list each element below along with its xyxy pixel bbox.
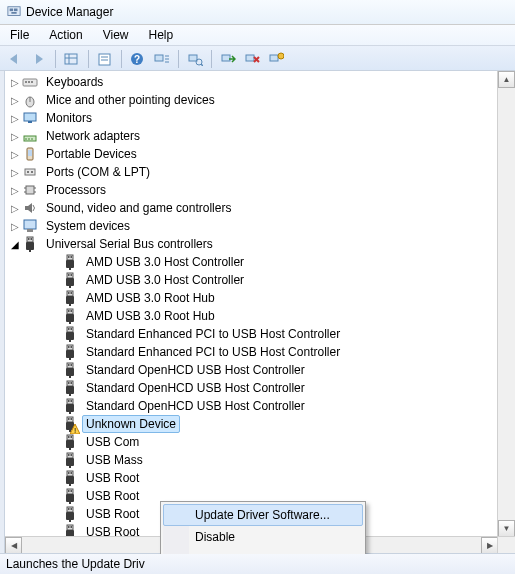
- toolbar-help-button[interactable]: ?: [127, 48, 149, 70]
- svg-rect-116: [68, 472, 70, 474]
- tree-device-item[interactable]: Standard OpenHCD USB Host Controller: [5, 361, 498, 379]
- scroll-left-icon[interactable]: ◀: [5, 537, 22, 554]
- toolbar: ?: [0, 46, 515, 73]
- tree-category-portable[interactable]: ▷Portable Devices: [5, 145, 498, 163]
- tree-device-item[interactable]: USB Mass: [5, 451, 498, 469]
- context-update-driver[interactable]: Update Driver Software...: [163, 504, 363, 526]
- svg-rect-74: [67, 327, 73, 332]
- tree-device-label: USB Root: [82, 487, 143, 505]
- context-menu-label: Disable: [195, 530, 235, 544]
- svg-rect-99: [67, 417, 73, 422]
- svg-rect-51: [31, 238, 33, 240]
- chevron-right-icon[interactable]: ▷: [9, 112, 21, 124]
- context-disable[interactable]: Disable: [163, 526, 363, 548]
- toolbar-back-button[interactable]: [4, 48, 26, 70]
- tree-category-sysdev[interactable]: ▷System devices: [5, 217, 498, 235]
- sound-icon: [22, 200, 38, 216]
- menu-view[interactable]: View: [93, 26, 139, 44]
- tree-category-processors[interactable]: ▷Processors: [5, 181, 498, 199]
- tree-device-item[interactable]: !Unknown Device: [5, 415, 498, 433]
- tree-device-item[interactable]: Standard OpenHCD USB Host Controller: [5, 397, 498, 415]
- portable-icon: [22, 146, 38, 162]
- usb-device-icon: [62, 488, 78, 504]
- chevron-right-icon[interactable]: ▷: [9, 166, 21, 178]
- scroll-right-icon[interactable]: ▶: [481, 537, 498, 554]
- mouse-icon: [22, 92, 38, 108]
- tree-device-item[interactable]: Standard Enhanced PCI to USB Host Contro…: [5, 343, 498, 361]
- vertical-scrollbar[interactable]: ▲ ▼: [497, 71, 515, 537]
- tree-device-item[interactable]: AMD USB 3.0 Host Controller: [5, 271, 498, 289]
- toolbar-views-button[interactable]: [61, 48, 83, 70]
- tree-category-sound[interactable]: ▷Sound, video and game controllers: [5, 199, 498, 217]
- menu-file[interactable]: File: [6, 26, 39, 44]
- tree-device-label: USB Root: [82, 469, 143, 487]
- svg-rect-131: [68, 526, 70, 528]
- svg-rect-97: [66, 404, 74, 412]
- tree-category-ports[interactable]: ▷Ports (COM & LPT): [5, 163, 498, 181]
- toolbar-separator: [121, 50, 122, 68]
- context-menu: Update Driver Software... Disable Uninst…: [160, 501, 366, 554]
- tree-device-item[interactable]: USB Com: [5, 433, 498, 451]
- system-device-icon: [22, 218, 38, 234]
- usb-device-icon: [62, 290, 78, 306]
- svg-rect-86: [71, 364, 73, 366]
- chevron-right-icon[interactable]: ▷: [9, 220, 21, 232]
- chevron-right-icon[interactable]: ▷: [9, 148, 21, 160]
- menu-help[interactable]: Help: [139, 26, 184, 44]
- scroll-corner: [497, 536, 515, 554]
- tree-device-item[interactable]: Standard Enhanced PCI to USB Host Contro…: [5, 325, 498, 343]
- svg-rect-106: [68, 436, 70, 438]
- tree-device-label: USB Mass: [82, 451, 147, 469]
- svg-rect-48: [27, 229, 33, 232]
- chevron-down-icon[interactable]: ◢: [9, 238, 21, 250]
- tree-category-usb[interactable]: ◢Universal Serial Bus controllers: [5, 235, 498, 253]
- svg-rect-126: [68, 508, 70, 510]
- scroll-down-icon[interactable]: ▼: [498, 520, 515, 537]
- tree-device-item[interactable]: AMD USB 3.0 Root Hub: [5, 289, 498, 307]
- usb-device-icon: [62, 344, 78, 360]
- context-uninstall[interactable]: Uninstall: [163, 548, 363, 554]
- tree-device-label: Standard OpenHCD USB Host Controller: [82, 361, 309, 379]
- toolbar-scan-button[interactable]: [184, 48, 206, 70]
- tree-device-item[interactable]: AMD USB 3.0 Host Controller: [5, 253, 498, 271]
- scroll-up-icon[interactable]: ▲: [498, 71, 515, 88]
- svg-rect-50: [28, 238, 30, 240]
- tree-device-item[interactable]: AMD USB 3.0 Root Hub: [5, 307, 498, 325]
- svg-rect-66: [71, 292, 73, 294]
- toolbar-properties-button[interactable]: [94, 48, 116, 70]
- svg-rect-47: [24, 220, 36, 229]
- svg-rect-127: [71, 508, 73, 510]
- tree-category-network[interactable]: ▷Network adapters: [5, 127, 498, 145]
- tree-category-monitors[interactable]: ▷Monitors: [5, 109, 498, 127]
- usb-device-icon: [62, 362, 78, 378]
- chevron-right-icon[interactable]: ▷: [9, 184, 21, 196]
- svg-rect-85: [68, 364, 70, 366]
- svg-line-18: [201, 64, 203, 66]
- tree-device-item[interactable]: USB Root: [5, 469, 498, 487]
- usb-device-icon: [62, 326, 78, 342]
- app-icon: [6, 4, 22, 20]
- chevron-right-icon[interactable]: ▷: [9, 130, 21, 142]
- usb-device-icon: [62, 470, 78, 486]
- svg-rect-64: [67, 291, 73, 296]
- toolbar-showhidden-button[interactable]: [265, 48, 287, 70]
- svg-rect-117: [71, 472, 73, 474]
- chevron-right-icon[interactable]: ▷: [9, 76, 21, 88]
- chevron-right-icon[interactable]: ▷: [9, 94, 21, 106]
- chevron-right-icon[interactable]: ▷: [9, 202, 21, 214]
- tree-category-mice[interactable]: ▷Mice and other pointing devices: [5, 91, 498, 109]
- svg-rect-112: [71, 454, 73, 456]
- toolbar-uninstall-button[interactable]: [241, 48, 263, 70]
- toolbar-forward-button[interactable]: [28, 48, 50, 70]
- menu-action[interactable]: Action: [39, 26, 92, 44]
- toolbar-update-button[interactable]: [217, 48, 239, 70]
- toolbar-details-button[interactable]: [151, 48, 173, 70]
- keyboard-icon: [22, 74, 38, 90]
- svg-rect-82: [66, 350, 74, 358]
- svg-rect-1: [10, 9, 14, 12]
- tree-device-item[interactable]: Standard OpenHCD USB Host Controller: [5, 379, 498, 397]
- svg-rect-23: [270, 55, 278, 61]
- tree-category-keyboards[interactable]: ▷Keyboards: [5, 73, 498, 91]
- tree-device-label: AMD USB 3.0 Root Hub: [82, 289, 219, 307]
- svg-rect-49: [27, 237, 33, 242]
